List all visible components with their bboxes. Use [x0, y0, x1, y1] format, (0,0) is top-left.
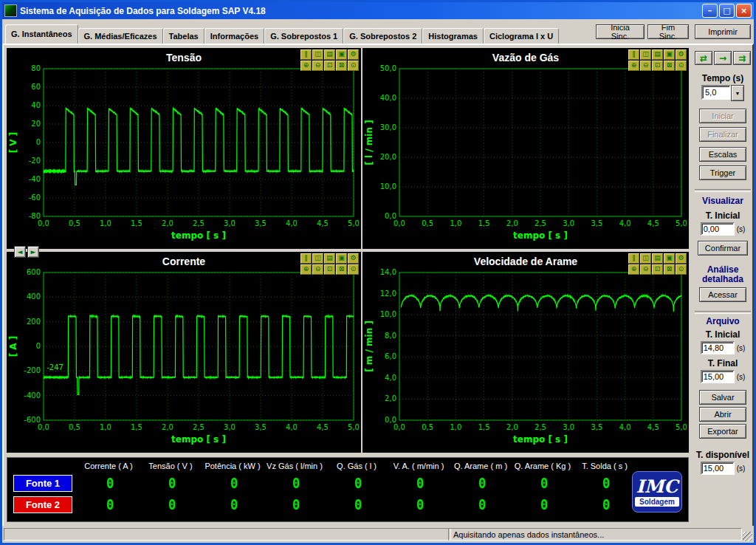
zoom-x-button[interactable]: ⊠: [664, 264, 675, 275]
pause-button[interactable]: ‖: [300, 49, 312, 60]
settings-button[interactable]: ⚙: [348, 253, 359, 264]
tab-g-instantaneos[interactable]: G. Instantâneos: [5, 24, 78, 44]
zoom-x-button[interactable]: ⊠: [336, 61, 347, 71]
tab-ciclograma[interactable]: Ciclograma I x U: [484, 28, 559, 44]
settings-button[interactable]: ⚙: [348, 49, 359, 60]
arquivo-t-inicial-input[interactable]: [701, 341, 735, 354]
zoom-out-button[interactable]: ⊖: [640, 264, 651, 275]
axis-tick-labels: 0,00,51,01,52,02,53,03,54,04,55,00,010,0…: [380, 64, 687, 227]
zoom-out-button[interactable]: ⊖: [640, 61, 651, 71]
save-button[interactable]: ▣: [336, 49, 347, 60]
fonte-2-label[interactable]: Fonte 2: [13, 496, 72, 513]
zoom-in-button[interactable]: ⊕: [300, 61, 312, 71]
tab-g-sobrepostos-1[interactable]: G. Sobrepostos 1: [264, 28, 343, 44]
iniciar-button[interactable]: Iniciar: [699, 109, 746, 123]
save-icon: ▣: [338, 50, 345, 58]
print-icon: ▤: [654, 254, 661, 261]
column-header: Potência ( kW ): [202, 462, 264, 470]
analise-heading-line2: detalhada: [702, 275, 743, 284]
zoom-reset-button[interactable]: ⊙: [348, 264, 359, 275]
zoom-box-button[interactable]: ⊡: [652, 61, 663, 71]
save-button[interactable]: ▣: [336, 253, 347, 264]
zoom-x-button[interactable]: ⊠: [336, 264, 347, 275]
zoom-in-button[interactable]: ⊕: [628, 61, 639, 71]
copy-button[interactable]: ◫: [640, 49, 651, 60]
settings-button[interactable]: ⚙: [676, 253, 687, 264]
print-button[interactable]: ▤: [324, 253, 335, 264]
settings-button[interactable]: ⚙: [676, 49, 687, 60]
pause-button[interactable]: ‖: [300, 253, 312, 264]
zoom-in-button[interactable]: ⊕: [300, 264, 312, 275]
tab-informacoes[interactable]: Informações: [205, 28, 264, 44]
svg-text:0,0: 0,0: [385, 416, 396, 424]
tab-g-medias-eficazes[interactable]: G. Médias/Eficazes: [78, 28, 163, 44]
chart-svg: 0,00,51,01,52,02,53,03,54,04,55,0-80-60-…: [7, 48, 361, 249]
prev-page-button[interactable]: ◄: [14, 246, 26, 258]
print-button[interactable]: ▤: [652, 49, 663, 60]
save-button[interactable]: ▣: [664, 253, 675, 264]
inicia-sinc-button[interactable]: Inicia Sinc.: [596, 24, 645, 39]
seven-segment-digit: 0: [416, 496, 424, 513]
t-disponivel-input[interactable]: [701, 462, 735, 475]
control-sidebar: ⇄→⇉ Tempo (s) 5,0 ▼ Iniciar Finalizar Es…: [692, 48, 754, 526]
trigger-button[interactable]: Trigger: [699, 165, 746, 180]
resize-grip-icon[interactable]: [743, 532, 752, 541]
settings-icon: ⚙: [350, 50, 356, 58]
confirmar-button[interactable]: Confirmar: [698, 241, 748, 256]
zoom-x-button[interactable]: ⊠: [664, 61, 675, 71]
copy-button[interactable]: ◫: [312, 253, 323, 264]
tab-histogramas[interactable]: Histogramas: [422, 28, 484, 44]
close-button[interactable]: ×: [736, 4, 752, 18]
svg-text:0: 0: [36, 342, 41, 350]
zoom-in-button[interactable]: ⊕: [628, 264, 639, 275]
chart-nav-buttons: ⇄→⇉: [695, 51, 751, 65]
sync-charts-button[interactable]: ⇄: [695, 51, 712, 65]
svg-text:5,0: 5,0: [348, 219, 360, 227]
zoom-box-button[interactable]: ⊡: [324, 61, 335, 71]
print-button[interactable]: ▤: [324, 49, 335, 60]
finalizar-button[interactable]: Finalizar: [699, 127, 746, 142]
copy-icon: ◫: [642, 50, 649, 58]
visualizar-t-inicial-input[interactable]: [701, 222, 735, 236]
fast-forward-button[interactable]: ⇉: [733, 51, 751, 65]
abrir-button[interactable]: Abrir: [699, 407, 746, 422]
print-button[interactable]: ▤: [652, 253, 663, 264]
maximize-button[interactable]: □: [719, 4, 735, 18]
zoom-box-button[interactable]: ⊡: [652, 264, 663, 275]
tab-tabelas[interactable]: Tabelas: [163, 28, 205, 44]
salvar-button[interactable]: Salvar: [699, 390, 746, 405]
series-velocidade-arame: [401, 295, 681, 312]
seven-segment-digit: 0: [354, 496, 362, 513]
zoom-reset-button[interactable]: ⊙: [676, 61, 687, 71]
zoom-reset-button[interactable]: ⊙: [676, 264, 687, 275]
copy-button[interactable]: ◫: [312, 49, 323, 60]
zoom-box-icon: ⊡: [327, 61, 333, 69]
escalas-button[interactable]: Escalas: [699, 147, 746, 162]
pause-button[interactable]: ‖: [628, 253, 639, 264]
next-page-button[interactable]: ►: [27, 246, 39, 258]
fim-sinc-button[interactable]: Fim Sinc.: [647, 24, 689, 39]
zoom-box-button[interactable]: ⊡: [324, 264, 335, 275]
imprimir-button[interactable]: Imprimir: [695, 24, 751, 39]
dropdown-arrow-icon[interactable]: ▼: [731, 85, 744, 101]
svg-text:200: 200: [27, 318, 41, 326]
zoom-out-button[interactable]: ⊖: [312, 61, 323, 71]
advance-button[interactable]: →: [714, 51, 732, 65]
double-arrow-icon: ⇉: [738, 53, 746, 64]
fonte-1-label[interactable]: Fonte 1: [13, 475, 72, 492]
pause-button[interactable]: ‖: [628, 49, 639, 60]
save-button[interactable]: ▣: [664, 49, 675, 60]
copy-button[interactable]: ◫: [640, 253, 651, 264]
minimize-button[interactable]: –: [702, 4, 718, 18]
t-final-input[interactable]: [701, 370, 735, 383]
exportar-button[interactable]: Exportar: [699, 424, 746, 439]
status-bar: Aquisitando apenas dados instantâneos...: [2, 526, 754, 543]
toolbar-row: ⊕⊖⊡⊠⊙: [628, 61, 687, 71]
svg-text:4,0: 4,0: [385, 374, 396, 382]
tab-g-sobrepostos-2[interactable]: G. Sobrepostos 2: [343, 28, 422, 44]
zoom-out-button[interactable]: ⊖: [312, 264, 323, 275]
svg-text:4,5: 4,5: [647, 423, 659, 431]
tempo-select[interactable]: 5,0 ▼: [701, 85, 744, 101]
acessar-button[interactable]: Acessar: [699, 287, 746, 302]
zoom-reset-button[interactable]: ⊙: [348, 61, 359, 71]
